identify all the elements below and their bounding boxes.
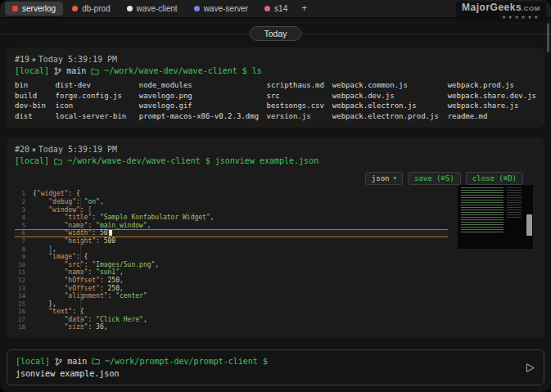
file-name: forge.config.js [56, 91, 139, 101]
code-text: }, [33, 300, 56, 309]
minimap-scrollbar[interactable] [526, 214, 532, 236]
folder-icon [92, 358, 100, 365]
line-number: 5 [15, 222, 33, 230]
chevron-down-icon: ▾ [394, 175, 397, 182]
file-name: webpack.electron.prod.js [332, 111, 448, 122]
tab-serverlog[interactable]: serverlog [5, 2, 63, 16]
indent-guide [80, 198, 81, 330]
folder-icon [54, 158, 62, 165]
ls-column: webpack.prod.jswebpack.share.dev.jswebpa… [448, 80, 536, 121]
git-branch-name: main [67, 356, 87, 367]
command-input-lines: [local] main ~/work/prompt-dev/prompt-cl… [16, 356, 518, 380]
code-text: "width": 50 [33, 229, 112, 237]
command-input[interactable]: [local] main ~/work/prompt-dev/prompt-cl… [7, 349, 544, 385]
line-number: 3 [15, 206, 33, 214]
code-text: "title": "Sample Konfabulator Widget", [33, 214, 215, 222]
mode-select-value: json [372, 174, 390, 182]
line-number: 13 [15, 285, 33, 293]
red-square-icon [12, 6, 18, 11]
watermark-title: MajorGeeks.COM [462, 2, 540, 14]
file-name: webpack.prod.js [448, 80, 536, 91]
code-text: "alignment": "center" [33, 292, 147, 300]
ls-column: node_moduleswavelogo.pngwavelogo.gifprom… [139, 80, 267, 121]
block-header: #19▪Today 5:39:19 PM [15, 54, 536, 65]
code-text: "size": 36, [33, 323, 108, 331]
ls-column: scripthaus.mdsrcbestsongs.csvversion.js [266, 80, 332, 121]
white-dot-icon [127, 6, 133, 11]
tab-list: serverlogdb-prodwave-clientwave-servers1… [5, 2, 295, 16]
git-branch-icon [54, 67, 61, 75]
tab-label: wave-server [204, 4, 248, 13]
send-button[interactable] [525, 363, 535, 373]
file-name: prompt-macos-x86-v0.2.3.dmg [139, 111, 267, 122]
file-name: scripthaus.md [266, 80, 332, 91]
prompt-cwd: ~/work/prompt-dev/prompt-client [105, 356, 258, 367]
file-name: bin [15, 80, 56, 91]
prompt-line: [local] main ~/work/prompt-dev/prompt-cl… [16, 356, 518, 367]
tab-wave-server[interactable]: wave-server [187, 2, 255, 16]
editor-minimap[interactable] [458, 185, 533, 249]
line-number: 1 [15, 190, 33, 198]
save-button[interactable]: save (⌘S) [408, 172, 461, 185]
file-name: src [266, 91, 332, 101]
prompt-host: [local] [16, 356, 50, 367]
command-input-text[interactable]: jsonview example.json [16, 367, 518, 380]
command-text: jsonview example.json [215, 155, 318, 167]
line-number: 6 [15, 229, 33, 237]
prompt-host: [local] [15, 65, 49, 77]
bullet-icon: ▪ [32, 146, 36, 153]
new-tab-button[interactable]: + [295, 2, 314, 16]
command-block-19: #19▪Today 5:39:19 PM [local] main ~/work… [7, 47, 544, 128]
page-scrollbar[interactable] [547, 23, 549, 52]
file-name: bestsongs.csv [266, 101, 332, 111]
ls-column: dist-devforge.config.jsiconlocal-server-… [56, 80, 139, 121]
line-number: 16 [15, 308, 33, 316]
file-name: webpack.common.js [332, 80, 448, 91]
line-number: 7 [15, 237, 33, 246]
code-text: "window": [ [33, 206, 92, 214]
tab-label: wave-client [137, 4, 178, 13]
timeline-divider: Today [7, 23, 544, 44]
file-name: webpack.electron.js [332, 101, 448, 111]
code-text: "vOffset": 250, [33, 285, 124, 293]
tab-label: db-prod [82, 4, 110, 13]
tab-wave-client[interactable]: wave-client [120, 2, 185, 16]
editor-line[interactable]: 1{"widget": { [15, 190, 448, 198]
text-cursor [109, 230, 112, 236]
today-pill[interactable]: Today [250, 26, 300, 41]
wave-terminal-window: serverlogdb-prodwave-clientwave-servers1… [0, 0, 551, 392]
line-number: 9 [15, 253, 33, 261]
folder-icon [91, 68, 99, 75]
file-name: webpack.dev.js [332, 91, 448, 101]
command-block-20: #20▪Today 5:39:19 PM [local] ~/work/wave… [7, 137, 544, 338]
block-timestamp: Today 5:39:19 PM [38, 145, 117, 154]
watermark-stars: ★★★★★★ [462, 14, 540, 20]
prompt-line: [local] ~/work/wave-dev/wave-client $ js… [15, 155, 536, 167]
line-number: 17 [15, 316, 33, 324]
file-name: dist-dev [56, 80, 139, 91]
majorgeeks-watermark: MajorGeeks.COM ★★★★★★ [456, 2, 546, 22]
prompt-cwd: ~/work/wave-dev/wave-client [104, 65, 237, 77]
json-editor[interactable]: 1{"widget": {2 "debug": "on",3 "window":… [15, 190, 448, 331]
jsonview-toolbar: json▾ save (⌘S) close (⌘D) [15, 172, 523, 185]
line-number: 18 [15, 323, 33, 331]
prompt-symbol: $ [205, 155, 210, 167]
block-number: #20 [15, 145, 29, 154]
cloud-icon [194, 6, 200, 11]
line-number: 8 [15, 246, 33, 254]
pink-dot-icon [264, 6, 270, 11]
line-number: 4 [15, 214, 33, 222]
tab-db-prod[interactable]: db-prod [65, 2, 117, 16]
ls-column: webpack.common.jswebpack.dev.jswebpack.e… [332, 80, 448, 121]
mode-select[interactable]: json▾ [365, 172, 403, 185]
file-name: node_modules [139, 80, 267, 91]
tab-s14[interactable]: s14 [257, 2, 295, 16]
line-number: 2 [15, 198, 33, 206]
tab-label: serverlog [22, 4, 56, 13]
git-branch-name: main [66, 65, 86, 77]
close-button[interactable]: close (⌘D) [466, 172, 523, 185]
prompt-line: [local] main ~/work/wave-dev/wave-client… [15, 65, 536, 77]
prompt-symbol: $ [263, 356, 268, 367]
block-header: #20▪Today 5:39:19 PM [15, 144, 536, 155]
file-name: wavelogo.png [139, 91, 267, 101]
